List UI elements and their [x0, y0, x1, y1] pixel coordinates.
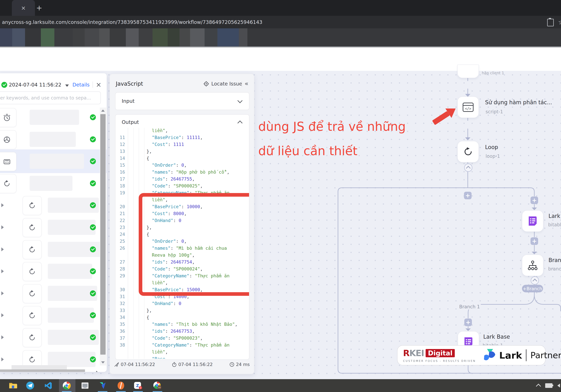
- run-step-row[interactable]: [0, 129, 100, 150]
- expand-caret-icon[interactable]: [1, 247, 4, 251]
- zalo-icon[interactable]: Z3: [134, 381, 142, 390]
- scroll-right-icon[interactable]: [96, 371, 98, 372]
- bookmark-item[interactable]: [205, 28, 217, 46]
- bookmark-item[interactable]: [99, 28, 110, 46]
- calculator-node-box[interactable]: [0, 152, 16, 171]
- details-link[interactable]: Details: [73, 82, 90, 88]
- speaker-icon[interactable]: [557, 384, 560, 388]
- bookmark-item[interactable]: [126, 28, 139, 46]
- tab-close-icon[interactable]: ×: [21, 5, 26, 11]
- cut-node[interactable]: [457, 65, 479, 78]
- loop-node-box[interactable]: [22, 218, 42, 237]
- run-step-row[interactable]: [0, 261, 100, 282]
- chevron-up-icon[interactable]: [237, 120, 242, 126]
- run-dropdown-caret-icon[interactable]: [65, 85, 69, 87]
- bookmark-item[interactable]: [110, 28, 126, 46]
- expand-caret-icon[interactable]: [1, 335, 4, 339]
- success-check-icon: [90, 312, 96, 318]
- collapse-toggle[interactable]: [531, 276, 539, 285]
- output-label[interactable]: Output: [122, 119, 139, 125]
- expand-caret-icon[interactable]: [1, 203, 4, 207]
- keyword-search-input[interactable]: ter keywords, and use comma to sepa...: [0, 91, 101, 104]
- loop-icon: [28, 312, 36, 319]
- expand-caret-icon[interactable]: [1, 313, 4, 317]
- add-node-button[interactable]: +: [530, 196, 538, 204]
- bookmark-item[interactable]: [25, 28, 41, 46]
- run-step-row[interactable]: [0, 305, 100, 326]
- add-branch-button[interactable]: +Branch: [522, 285, 543, 292]
- clipboard-icon[interactable]: [547, 19, 554, 26]
- run-step-row[interactable]: [0, 283, 100, 304]
- app-window-icon[interactable]: [81, 381, 89, 390]
- scrollbar-thumb[interactable]: [100, 114, 106, 355]
- bookmark-item[interactable]: [41, 28, 54, 46]
- loop-node-box[interactable]: [22, 284, 42, 303]
- add-node-button[interactable]: +: [530, 237, 538, 245]
- code-line: 33 },: [116, 307, 248, 314]
- tray-chevron-icon[interactable]: [536, 384, 541, 389]
- battery-icon[interactable]: [545, 383, 552, 388]
- bookmark-item[interactable]: [217, 28, 239, 46]
- run-step-row[interactable]: [0, 217, 100, 238]
- run-step-row[interactable]: [0, 195, 100, 216]
- active-app-underline: [62, 391, 72, 392]
- loop-node-box[interactable]: [22, 196, 42, 215]
- add-node-button[interactable]: +: [464, 192, 472, 199]
- bookmark-item[interactable]: [0, 28, 12, 46]
- code-line: liền",: [116, 348, 248, 355]
- success-check-icon: [90, 268, 96, 274]
- bitable-node-right[interactable]: [522, 210, 543, 232]
- loop-node-box[interactable]: [22, 240, 42, 259]
- loop-node-box[interactable]: [22, 306, 42, 325]
- chrome-profile-icon[interactable]: 00: [153, 381, 162, 390]
- rikei-tagline: CUSTOMER FOCUS - RESULTS DRIVEN: [403, 359, 476, 362]
- run-step-row[interactable]: [0, 107, 100, 128]
- bookmark-item[interactable]: [152, 28, 168, 46]
- v-app-icon[interactable]: [98, 381, 107, 390]
- script-node[interactable]: </>: [457, 97, 479, 118]
- timer-node-box[interactable]: [0, 108, 16, 127]
- telegram-icon[interactable]: [26, 381, 35, 390]
- scroll-down-icon[interactable]: [101, 361, 105, 363]
- bookmark-item[interactable]: [180, 28, 190, 46]
- scroll-up-icon[interactable]: [101, 109, 105, 112]
- locate-issue-button[interactable]: Locate Issue: [204, 81, 242, 87]
- url-text[interactable]: anycross-sg.larksuite.com/console/integr…: [2, 19, 262, 25]
- run-step-row[interactable]: [0, 173, 100, 194]
- bookmark-item[interactable]: [190, 28, 205, 46]
- orange-app-icon[interactable]: [117, 381, 125, 390]
- expand-caret-icon[interactable]: [1, 357, 4, 361]
- bookmark-item[interactable]: [85, 28, 99, 46]
- browser-tab[interactable]: ×: [12, 0, 35, 16]
- loop-node-box[interactable]: [22, 328, 42, 347]
- new-tab-button[interactable]: +: [35, 4, 43, 12]
- chrome-icon[interactable]: [62, 381, 71, 390]
- vertical-scrollbar[interactable]: [100, 108, 106, 365]
- add-node-button[interactable]: +: [464, 318, 472, 326]
- run-step-row[interactable]: [0, 327, 100, 348]
- loop-node[interactable]: [457, 141, 479, 163]
- bookmark-item[interactable]: [239, 28, 248, 46]
- collapse-toggle[interactable]: [464, 163, 472, 172]
- expand-caret-icon[interactable]: [1, 269, 4, 273]
- expand-caret-icon[interactable]: [1, 291, 4, 295]
- expand-caret-icon[interactable]: [1, 225, 4, 229]
- loop-node-box[interactable]: [22, 262, 42, 281]
- file-explorer-icon[interactable]: [9, 381, 17, 390]
- branch-node[interactable]: [522, 255, 543, 276]
- bookmark-item[interactable]: [12, 28, 25, 46]
- collapse-panel-icon[interactable]: «: [245, 80, 248, 87]
- horizontal-scrollbar[interactable]: [0, 370, 85, 372]
- loop-node-box[interactable]: [0, 174, 16, 193]
- bookmark-item[interactable]: [139, 28, 152, 46]
- input-section-toggle[interactable]: Input: [115, 92, 249, 110]
- bookmark-item[interactable]: [73, 28, 85, 46]
- run-step-row[interactable]: [0, 239, 100, 260]
- address-bar[interactable]: anycross-sg.larksuite.com/console/integr…: [0, 16, 561, 28]
- vscode-icon[interactable]: [44, 381, 53, 390]
- bookmark-item[interactable]: [168, 28, 180, 46]
- bookmark-item[interactable]: [54, 28, 73, 46]
- pie-node-box[interactable]: [0, 130, 16, 149]
- run-step-row[interactable]: [0, 151, 100, 172]
- close-panel-button[interactable]: ×: [96, 81, 101, 88]
